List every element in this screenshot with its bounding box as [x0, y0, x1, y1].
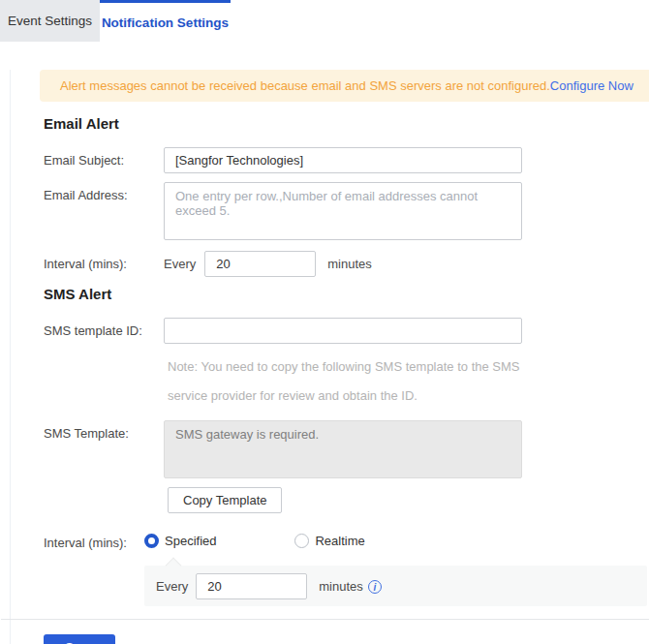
- radio-specified-dot: [144, 534, 159, 548]
- tab-event-settings[interactable]: Event Settings: [0, 0, 100, 42]
- sms-alert-heading: SMS Alert: [44, 286, 649, 302]
- email-interval-prefix: Every: [164, 251, 196, 271]
- radio-specified-label: Specified: [165, 534, 216, 548]
- email-alert-heading: Email Alert: [44, 115, 649, 132]
- email-address-textarea[interactable]: [164, 182, 522, 240]
- sms-interval-label: Interval (mins):: [44, 530, 144, 550]
- interval-mode-radio-group: Specified Realtime: [144, 530, 365, 548]
- email-interval-row: Interval (mins): Every minutes: [44, 251, 649, 277]
- radio-realtime[interactable]: Realtime: [294, 534, 364, 548]
- sms-template-id-input[interactable]: [164, 318, 522, 344]
- footer-divider: [1, 619, 649, 620]
- radio-realtime-dot: [294, 534, 309, 548]
- sms-interval-prefix: Every: [156, 579, 188, 594]
- tab-notification-settings[interactable]: Notification Settings: [100, 0, 231, 42]
- alert-banner: Alert messages cannot be received becaus…: [40, 70, 649, 102]
- email-interval-label: Interval (mins):: [44, 251, 164, 271]
- sms-interval-row: Interval (mins): Specified Realtime: [44, 530, 649, 550]
- sms-interval-input[interactable]: [196, 573, 307, 599]
- sms-interval-suffix: minutes: [319, 579, 363, 594]
- info-icon[interactable]: i: [368, 580, 382, 594]
- radio-specified[interactable]: Specified: [144, 534, 216, 548]
- tab-bar: Event Settings Notification Settings: [0, 0, 649, 42]
- email-subject-row: Email Subject:: [44, 147, 649, 173]
- email-subject-label: Email Subject:: [44, 147, 164, 168]
- specified-interval-popover: Every minutes i: [144, 566, 647, 606]
- radio-realtime-label: Realtime: [315, 534, 364, 548]
- email-address-label: Email Address:: [44, 182, 164, 202]
- sms-template-id-row: SMS template ID:: [44, 318, 649, 344]
- email-address-row: Email Address:: [44, 182, 649, 240]
- copy-template-button[interactable]: Copy Template: [168, 487, 282, 513]
- sms-template-note: Note: You need to copy the following SMS…: [168, 353, 538, 411]
- settings-panel: Alert messages cannot be received becaus…: [10, 70, 649, 644]
- notification-settings-page: Event Settings Notification Settings Ale…: [0, 0, 649, 644]
- popover-arrow: [166, 558, 182, 574]
- sms-template-row: SMS Template: SMS gateway is required.: [44, 420, 649, 478]
- save-button[interactable]: Save: [44, 634, 115, 644]
- email-interval-suffix: minutes: [327, 251, 372, 271]
- sms-template-label: SMS Template:: [44, 420, 164, 441]
- sms-template-id-label: SMS template ID:: [44, 318, 164, 338]
- sms-template-textarea: SMS gateway is required.: [164, 420, 522, 478]
- email-interval-input[interactable]: [204, 251, 316, 277]
- banner-message: Alert messages cannot be received becaus…: [60, 78, 550, 93]
- configure-now-link[interactable]: Configure Now: [550, 78, 634, 93]
- email-subject-input[interactable]: [164, 147, 522, 173]
